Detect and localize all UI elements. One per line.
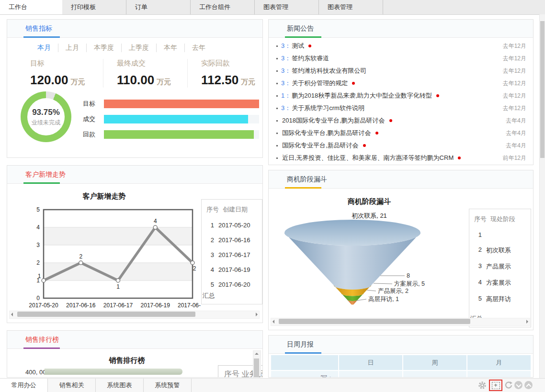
report-table: 日 周 月 写： (271, 355, 531, 378)
period-tab[interactable]: 本季度 (86, 44, 121, 52)
add-widget-icon[interactable]: + (492, 382, 500, 389)
app-tab[interactable]: 订单 (126, 0, 191, 14)
table-row[interactable]: 3 产品展示 (474, 262, 531, 271)
app-tab-label: 打印模板 (71, 3, 96, 11)
table-row[interactable]: 2 2017-06-16 (206, 236, 262, 244)
kpi-bar-fill (104, 130, 254, 139)
app-tab[interactable]: 工作台组件 (191, 0, 255, 14)
refresh-icon[interactable] (504, 381, 513, 390)
panel-title[interactable]: 销售排行榜 (25, 336, 59, 344)
donut-caption: 业绩未完成 (21, 119, 71, 127)
dock-tab[interactable]: 系统预警 (144, 379, 192, 392)
scroll-left-icon[interactable] (11, 313, 13, 316)
news-item[interactable]: 3： 关于系统学习crm软件说明 去年12月 (276, 102, 526, 114)
period-tab[interactable]: 上季度 (121, 44, 156, 52)
kpi-bar-label: 成交 (83, 115, 104, 123)
row-index: 2 (474, 246, 482, 255)
svg-text:1: 1 (116, 283, 120, 290)
funnel-chart-title: 商机阶段漏斗 (269, 197, 470, 206)
panel-sales-ranking: 销售排行榜 销售排行榜 400, 000 序号 业务员 (7, 330, 263, 378)
funnel-rim (284, 220, 420, 246)
scrollbar-thumb[interactable] (254, 358, 259, 378)
app-tab[interactable]: 打印模板 (62, 0, 126, 14)
period-tabs: 本月上月本季度上季度本年去年 (30, 44, 213, 52)
app-tab[interactable]: 工作台 (0, 0, 62, 14)
kpi-metric-value: 120.00万元 (30, 73, 103, 88)
news-item[interactable]: 3： 签约东软睿道 去年12月 (276, 52, 526, 65)
panel-title[interactable]: 商机阶段漏斗 (287, 175, 327, 184)
kpi-bar-chart: 目标 成交 回款 (83, 100, 259, 146)
table-row[interactable]: 5 2017-06-20 (206, 281, 262, 288)
news-item[interactable]: 1： 鹏为2018秋季新品来袭,助力大中型企业数字化转型 去年12月 (276, 90, 526, 102)
scrollbar-thumb[interactable] (17, 312, 195, 317)
dock-tabs: 常用办公销售相关系统图表系统预警 (0, 379, 545, 392)
news-item[interactable]: 近日,无界投资、佳比亚、和美家居、南方惠泽等签约鹏为CRM 前年12月 (276, 152, 526, 164)
collapse-down-icon[interactable] (514, 381, 522, 389)
table-header: 序号创建日期 (206, 206, 248, 213)
period-tab[interactable]: 本年 (156, 44, 184, 52)
row-value: 2017-06-16 (218, 236, 250, 244)
scrollbar-thumb[interactable] (540, 21, 545, 158)
write-day-report-button[interactable] (339, 371, 402, 378)
dock-tab[interactable]: 常用办公 (0, 379, 48, 392)
app-tab[interactable]: 图表管理 (255, 0, 319, 14)
news-title: 国际化专业平台,鹏为新品研讨会 (282, 129, 371, 137)
period-tab[interactable]: 本月 (30, 44, 58, 52)
dock-tab[interactable]: 销售相关 (48, 379, 96, 392)
table-row[interactable]: 1 2017-05-20 (206, 222, 262, 229)
write-week-report-button[interactable] (403, 371, 466, 378)
horizontal-scrollbar[interactable] (271, 318, 530, 326)
news-item[interactable]: 3： 测试 去年12月 (276, 40, 526, 52)
kpi-metric-label: 目标 (30, 59, 103, 68)
news-list: 3： 测试 去年12月 3： 签约东软睿道 去年12月 3： 签约潍坊科技农业有… (276, 40, 526, 164)
period-tab[interactable]: 去年 (184, 44, 213, 52)
table-row[interactable]: 1 (474, 231, 531, 238)
news-item[interactable]: 3： 签约潍坊科技农业有限公司 去年12月 (276, 65, 526, 77)
scrollbar-thumb[interactable] (279, 319, 470, 324)
table-row[interactable]: 3 2017-06-17 (206, 251, 262, 258)
panel-title[interactable]: 新闻公告 (287, 24, 314, 33)
kpi-bar-fill (104, 115, 248, 123)
panel-title-underline (23, 36, 60, 38)
row-value: 2017-06-19 (218, 266, 250, 273)
collapse-up-icon[interactable] (524, 381, 533, 389)
page-scrollbar[interactable] (539, 14, 545, 378)
table-row[interactable]: 2 初次联系 (474, 246, 531, 255)
panel-title[interactable]: 日周月报 (287, 340, 314, 349)
news-count: 3： (281, 42, 291, 50)
news-item[interactable]: 国际化专业平台,新品研讨会 去年4月 (276, 139, 526, 152)
vertical-scrollbar[interactable] (253, 350, 261, 376)
write-month-report-button[interactable] (467, 371, 531, 378)
report-row-label: 写： (271, 371, 338, 378)
kpi-metric-value: 110.00万元 (117, 73, 187, 88)
panel-title-underline (285, 36, 321, 38)
news-item[interactable]: 国际化专业平台,鹏为新品研讨会 去年4月 (276, 127, 526, 139)
news-title: 鹏为2018秋季新品来袭,助力大中型企业数字化转型 (292, 91, 432, 100)
dock-tab[interactable]: 系统图表 (96, 379, 144, 392)
pencil-icon (367, 375, 374, 378)
scroll-left-icon[interactable] (272, 320, 274, 324)
app-tab[interactable]: 图表管理 (319, 0, 383, 14)
scroll-right-icon[interactable] (256, 313, 258, 316)
news-count: 3： (281, 54, 291, 63)
scroll-up-icon[interactable] (255, 353, 259, 355)
news-item[interactable]: 2018国际化专业平台,鹏为新品研讨会 去年4月 (276, 114, 526, 127)
panel-title[interactable]: 客户新增走势 (25, 170, 66, 179)
news-date: 去年4月 (502, 117, 526, 125)
table-row[interactable]: 4 2017-06-19 (206, 266, 262, 273)
svg-text:5: 5 (36, 206, 40, 213)
horizontal-scrollbar[interactable] (9, 311, 260, 319)
gear-icon[interactable] (478, 381, 487, 390)
panel-title[interactable]: 销售指标 (25, 24, 52, 33)
period-tab[interactable]: 上月 (58, 44, 86, 52)
panel-header: 客户新增走势 (7, 166, 262, 184)
funnel-label: 方案展示, 5 (394, 280, 425, 287)
funnel-label: 高层拜访, 1 (368, 296, 399, 302)
funnel-label: 产品展示, 2 (378, 288, 409, 294)
scroll-right-icon[interactable] (526, 320, 528, 324)
table-row[interactable]: 4 方案展示 (474, 279, 531, 287)
news-item[interactable]: 3： 关于积分管理的规定 去年12月 (276, 77, 526, 90)
report-corner-cell (271, 355, 338, 370)
ranking-chart-title: 销售排行榜 (7, 356, 247, 365)
table-row[interactable]: 5 高层拜访 (474, 295, 531, 303)
